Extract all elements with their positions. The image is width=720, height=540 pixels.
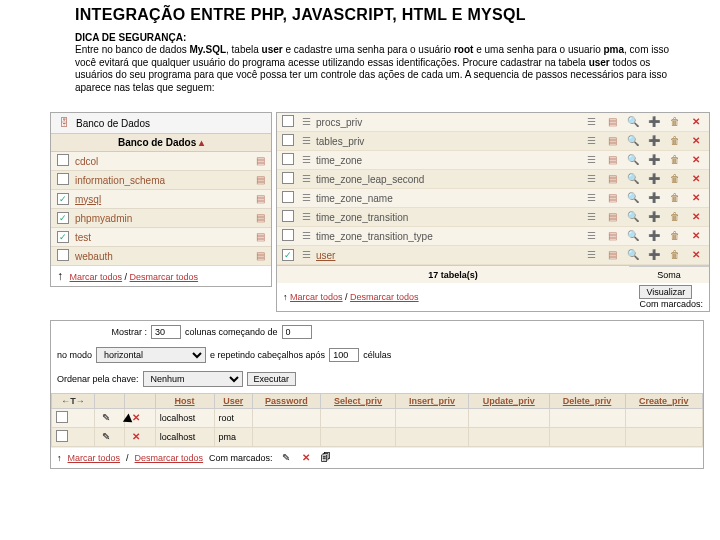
row-checkbox[interactable] — [56, 430, 68, 442]
structure-icon[interactable]: ▤ — [602, 153, 622, 167]
search-icon[interactable]: 🔍 — [623, 191, 643, 205]
properties-icon[interactable]: ▤ — [253, 211, 267, 225]
browse-icon[interactable]: ☰ — [299, 191, 313, 205]
col-header[interactable]: Delete_priv — [549, 394, 625, 409]
search-icon[interactable]: 🔍 — [623, 229, 643, 243]
edit-icon[interactable]: ✎ — [99, 411, 113, 425]
delete-icon[interactable]: ✕ — [129, 430, 143, 444]
col-header[interactable]: Create_priv — [625, 394, 702, 409]
browse-icon[interactable]: ☰ — [581, 134, 601, 148]
structure-icon[interactable]: ▤ — [602, 248, 622, 262]
browse-icon[interactable]: ☰ — [581, 248, 601, 262]
visualize-button[interactable]: Visualizar — [639, 285, 692, 299]
empty-icon[interactable]: 🗑 — [665, 153, 685, 167]
db-name[interactable]: mysql — [75, 194, 249, 205]
table-name[interactable]: time_zone_transition — [316, 212, 578, 223]
unmark-all-link[interactable]: Desmarcar todos — [130, 272, 199, 282]
row-checkbox[interactable] — [282, 229, 294, 241]
table-name[interactable]: user — [316, 250, 578, 261]
properties-icon[interactable]: ▤ — [253, 249, 267, 263]
search-icon[interactable]: 🔍 — [623, 248, 643, 262]
db-name[interactable]: webauth — [75, 251, 249, 262]
drop-icon[interactable]: ✕ — [686, 248, 706, 262]
col-header[interactable]: Insert_priv — [396, 394, 469, 409]
insert-icon[interactable]: ➕ — [644, 248, 664, 262]
row-checkbox[interactable] — [282, 172, 294, 184]
table-row[interactable]: ☰ time_zone_name ☰ ▤ 🔍 ➕ 🗑 ✕ — [277, 189, 709, 208]
row-checkbox[interactable]: ✓ — [57, 193, 69, 205]
repeat-input[interactable] — [329, 348, 359, 362]
table-row[interactable]: ☰ time_zone_transition_type ☰ ▤ 🔍 ➕ 🗑 ✕ — [277, 227, 709, 246]
db-row[interactable]: information_schema ▤ — [51, 171, 271, 190]
db-name[interactable]: cdcol — [75, 156, 249, 167]
browse-icon[interactable]: ☰ — [299, 172, 313, 186]
table-row[interactable]: ☰ time_zone_transition ☰ ▤ 🔍 ➕ 🗑 ✕ — [277, 208, 709, 227]
insert-icon[interactable]: ➕ — [644, 229, 664, 243]
properties-icon[interactable]: ▤ — [253, 192, 267, 206]
sort-select[interactable]: Nenhum — [143, 371, 243, 387]
table-name[interactable]: time_zone_transition_type — [316, 231, 578, 242]
row-checkbox[interactable]: ✓ — [282, 249, 294, 261]
table-row[interactable]: ☰ procs_priv ☰ ▤ 🔍 ➕ 🗑 ✕ — [277, 113, 709, 132]
col-header[interactable]: Update_priv — [468, 394, 549, 409]
drop-icon[interactable]: ✕ — [686, 153, 706, 167]
table-name[interactable]: time_zone_leap_second — [316, 174, 578, 185]
insert-icon[interactable]: ➕ — [644, 134, 664, 148]
db-name[interactable]: phpmyadmin — [75, 213, 249, 224]
search-icon[interactable]: 🔍 — [623, 153, 643, 167]
drop-icon[interactable]: ✕ — [686, 115, 706, 129]
row-checkbox[interactable]: ✓ — [57, 231, 69, 243]
empty-icon[interactable]: 🗑 — [665, 115, 685, 129]
table-row[interactable]: ✓ ☰ user ☰ ▤ 🔍 ➕ 🗑 ✕ — [277, 246, 709, 265]
browse-icon[interactable]: ☰ — [299, 248, 313, 262]
table-row[interactable]: ☰ time_zone_leap_second ☰ ▤ 🔍 ➕ 🗑 ✕ — [277, 170, 709, 189]
table-row[interactable]: ☰ time_zone ☰ ▤ 🔍 ➕ 🗑 ✕ — [277, 151, 709, 170]
browse-icon[interactable]: ☰ — [581, 191, 601, 205]
row-checkbox[interactable] — [282, 115, 294, 127]
col-header[interactable]: Select_priv — [320, 394, 395, 409]
drop-icon[interactable]: ✕ — [686, 134, 706, 148]
insert-icon[interactable]: ➕ — [644, 210, 664, 224]
edit-icon[interactable]: ✎ — [279, 451, 293, 465]
start-input[interactable] — [282, 325, 312, 339]
drop-icon[interactable]: ✕ — [686, 191, 706, 205]
browse-icon[interactable]: ☰ — [581, 115, 601, 129]
row-checkbox[interactable]: ✓ — [57, 212, 69, 224]
row-checkbox[interactable] — [282, 210, 294, 222]
row-checkbox[interactable] — [282, 153, 294, 165]
empty-icon[interactable]: 🗑 — [665, 191, 685, 205]
browse-icon[interactable]: ☰ — [581, 153, 601, 167]
structure-icon[interactable]: ▤ — [602, 210, 622, 224]
empty-icon[interactable]: 🗑 — [665, 229, 685, 243]
col-header[interactable]: User — [214, 394, 252, 409]
table-name[interactable]: time_zone_name — [316, 193, 578, 204]
row-checkbox[interactable] — [57, 249, 69, 261]
structure-icon[interactable]: ▤ — [602, 172, 622, 186]
browse-icon[interactable]: ☰ — [299, 210, 313, 224]
insert-icon[interactable]: ➕ — [644, 115, 664, 129]
delete-icon[interactable]: ✕ — [299, 451, 313, 465]
table-name[interactable]: procs_priv — [316, 117, 578, 128]
structure-icon[interactable]: ▤ — [602, 191, 622, 205]
rows-input[interactable] — [151, 325, 181, 339]
row-checkbox[interactable] — [56, 411, 68, 423]
properties-icon[interactable]: ▤ — [253, 173, 267, 187]
db-row[interactable]: ✓ test ▤ — [51, 228, 271, 247]
table-name[interactable]: tables_priv — [316, 136, 578, 147]
execute-button[interactable]: Executar — [247, 372, 297, 386]
search-icon[interactable]: 🔍 — [623, 115, 643, 129]
browse-icon[interactable]: ☰ — [581, 210, 601, 224]
properties-icon[interactable]: ▤ — [253, 230, 267, 244]
insert-icon[interactable]: ➕ — [644, 153, 664, 167]
empty-icon[interactable]: 🗑 — [665, 172, 685, 186]
col-header[interactable]: Host — [155, 394, 214, 409]
export-icon[interactable]: 🗐 — [319, 451, 333, 465]
insert-icon[interactable]: ➕ — [644, 172, 664, 186]
db-row[interactable]: ✓ phpmyadmin ▤ — [51, 209, 271, 228]
structure-icon[interactable]: ▤ — [602, 229, 622, 243]
browse-icon[interactable]: ☰ — [581, 229, 601, 243]
db-row[interactable]: webauth ▤ — [51, 247, 271, 266]
search-icon[interactable]: 🔍 — [623, 134, 643, 148]
edit-icon[interactable]: ✎ — [99, 430, 113, 444]
search-icon[interactable]: 🔍 — [623, 210, 643, 224]
